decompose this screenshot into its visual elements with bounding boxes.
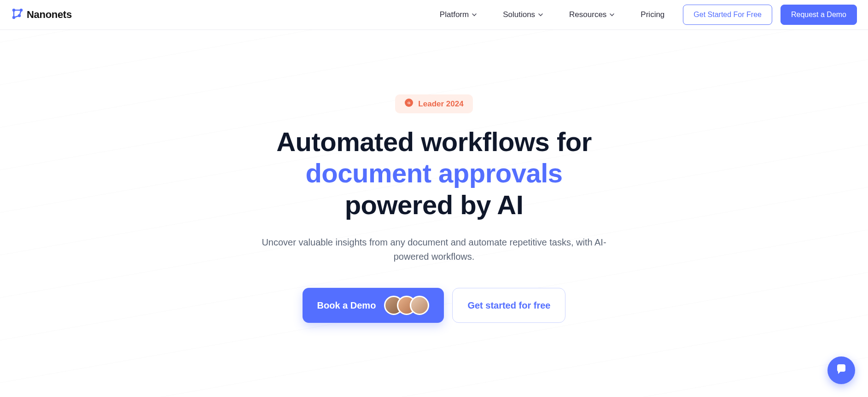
team-avatars	[384, 296, 429, 315]
top-nav: Nanonets Platform Solutions Resources Pr…	[0, 0, 868, 30]
chevron-down-icon	[609, 12, 615, 18]
nav-item-pricing[interactable]: Pricing	[641, 10, 664, 19]
get-started-button[interactable]: Get Started For Free	[683, 5, 772, 25]
g2-icon: G	[404, 98, 414, 110]
nav-item-resources[interactable]: Resources	[569, 10, 615, 19]
nav-label: Resources	[569, 10, 606, 19]
badge-text: Leader 2024	[418, 99, 463, 109]
nav-links: Platform Solutions Resources Pricing	[440, 10, 664, 19]
hero-subtitle: Uncover valuable insights from any docum…	[245, 235, 623, 264]
request-demo-button[interactable]: Request a Demo	[781, 5, 857, 25]
logo-icon	[11, 7, 24, 22]
hero-title: Automated workflows for document approva…	[0, 126, 868, 221]
title-line1: Automated workflows for	[276, 127, 592, 157]
chat-icon	[834, 362, 848, 378]
hero-cta-row: Book a Demo Get started for free	[0, 288, 868, 323]
nav-item-solutions[interactable]: Solutions	[503, 10, 543, 19]
title-line3: powered by AI	[345, 190, 524, 220]
nav-label: Platform	[440, 10, 469, 19]
avatar	[410, 296, 429, 315]
leader-badge: G Leader 2024	[395, 94, 472, 113]
book-demo-button[interactable]: Book a Demo	[303, 288, 444, 323]
brand-name: Nanonets	[27, 9, 72, 21]
title-accent: document approvals	[305, 158, 562, 188]
nav-actions: Get Started For Free Request a Demo	[683, 5, 857, 25]
nav-label: Solutions	[503, 10, 535, 19]
button-label: Get started for free	[467, 300, 550, 311]
svg-text:G: G	[408, 101, 410, 105]
button-label: Book a Demo	[317, 300, 376, 311]
nav-item-platform[interactable]: Platform	[440, 10, 477, 19]
button-label: Request a Demo	[791, 11, 846, 19]
brand-logo[interactable]: Nanonets	[11, 7, 72, 22]
get-started-free-button[interactable]: Get started for free	[452, 288, 565, 323]
chevron-down-icon	[472, 12, 477, 18]
chat-widget-button[interactable]	[827, 356, 855, 384]
button-label: Get Started For Free	[693, 11, 762, 19]
chevron-down-icon	[538, 12, 543, 18]
nav-label: Pricing	[641, 10, 664, 19]
hero-section: G Leader 2024 Automated workflows for do…	[0, 30, 868, 323]
